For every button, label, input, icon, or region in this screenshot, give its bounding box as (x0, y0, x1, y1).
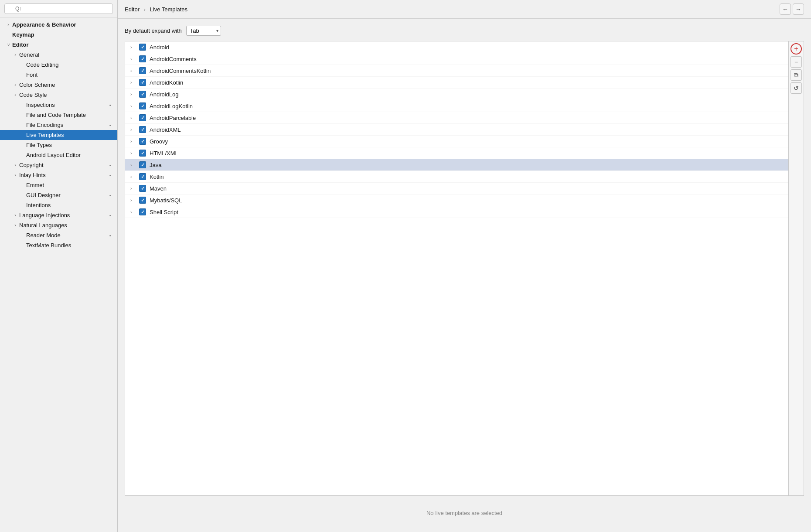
sidebar-item-language-injections[interactable]: ›Language Injections▪ (0, 210, 117, 220)
row-chevron-icon: › (130, 57, 136, 61)
sidebar-item-intentions[interactable]: Intentions (0, 200, 117, 210)
settings-icon: ▪ (107, 173, 114, 178)
expand-select-wrap: TabEnterSpace ▾ (186, 26, 221, 36)
template-checkbox[interactable] (139, 114, 146, 121)
settings-icon: ▪ (107, 233, 114, 238)
sidebar-item-label: Font (26, 72, 114, 78)
template-checkbox[interactable] (139, 44, 146, 51)
sidebar-item-label: Keymap (12, 31, 114, 38)
breadcrumb-current: Live Templates (150, 6, 187, 13)
template-checkbox[interactable] (139, 138, 146, 145)
template-checkbox[interactable] (139, 150, 146, 157)
template-name: HTML/XML (150, 150, 178, 157)
template-checkbox[interactable] (139, 79, 146, 86)
sidebar-item-label: General (19, 51, 114, 58)
sidebar-item-label: TextMate Bundles (26, 242, 114, 249)
restore-template-button[interactable]: ↺ (791, 82, 802, 94)
sidebar-item-copyright[interactable]: ›Copyright▪ (0, 160, 117, 170)
settings-icon: ▪ (107, 163, 114, 168)
template-row[interactable]: ›AndroidXML (125, 124, 788, 136)
sidebar-item-live-templates[interactable]: Live Templates (0, 130, 117, 140)
template-name: AndroidKotlin (150, 79, 183, 86)
sidebar-item-file-code-templates[interactable]: File and Code Template (0, 110, 117, 120)
sidebar-item-natural-languages[interactable]: ›Natural Languages (0, 220, 117, 230)
sidebar-item-file-types[interactable]: File Types (0, 140, 117, 150)
sidebar-item-label: File and Code Template (26, 112, 114, 118)
sidebar-item-editor[interactable]: ∨Editor (0, 40, 117, 50)
content-area: By default expand with TabEnterSpace ▾ ›… (118, 19, 811, 532)
row-chevron-icon: › (130, 45, 136, 50)
template-row[interactable]: ›Android (125, 41, 788, 53)
template-row[interactable]: ›AndroidComments (125, 53, 788, 65)
sidebar-item-label: Intentions (26, 202, 114, 208)
sidebar-item-label: Language Injections (19, 212, 105, 218)
template-checkbox[interactable] (139, 173, 146, 180)
template-row[interactable]: ›AndroidCommentsKotlin (125, 65, 788, 77)
row-chevron-icon: › (130, 68, 136, 73)
chevron-icon: › (12, 92, 18, 97)
settings-icon: ▪ (107, 193, 114, 198)
sidebar-item-emmet[interactable]: Emmet (0, 180, 117, 190)
template-checkbox[interactable] (139, 91, 146, 98)
template-checkbox[interactable] (139, 161, 146, 168)
search-input[interactable] (4, 3, 113, 14)
sidebar-item-label: Emmet (26, 182, 114, 188)
sidebar-item-label: Code Editing (26, 61, 114, 68)
settings-icon: ▪ (107, 213, 114, 218)
expand-with-row: By default expand with TabEnterSpace ▾ (125, 26, 804, 36)
template-row[interactable]: ›AndroidLogKotlin (125, 100, 788, 112)
template-checkbox[interactable] (139, 197, 146, 204)
template-checkbox[interactable] (139, 67, 146, 74)
template-row[interactable]: ›Maven (125, 183, 788, 194)
template-row[interactable]: ›AndroidKotlin (125, 77, 788, 89)
remove-template-button[interactable]: − (791, 56, 802, 68)
sidebar-item-keymap[interactable]: Keymap (0, 30, 117, 40)
sidebar-item-color-scheme[interactable]: ›Color Scheme (0, 80, 117, 90)
sidebar-item-general[interactable]: ›General (0, 50, 117, 60)
expand-with-select[interactable]: TabEnterSpace (186, 26, 221, 36)
sidebar-tree: ›Appearance & BehaviorKeymap∨Editor›Gene… (0, 18, 117, 532)
add-template-button[interactable]: + (791, 43, 802, 55)
template-row[interactable]: ›AndroidParcelable (125, 112, 788, 124)
template-checkbox[interactable] (139, 55, 146, 62)
row-chevron-icon: › (130, 210, 136, 215)
nav-forward-button[interactable]: → (793, 3, 804, 15)
template-row[interactable]: ›HTML/XML (125, 147, 788, 159)
copy-template-button[interactable]: ⧉ (791, 69, 802, 81)
template-checkbox[interactable] (139, 208, 146, 215)
template-name: AndroidComments (150, 56, 197, 62)
template-checkbox[interactable] (139, 102, 146, 109)
sidebar-item-label: File Encodings (26, 122, 105, 128)
sidebar-item-file-encodings[interactable]: File Encodings▪ (0, 120, 117, 130)
sidebar-item-inlay-hints[interactable]: ›Inlay Hints▪ (0, 170, 117, 180)
template-name: Java (150, 162, 161, 168)
sidebar-item-code-style[interactable]: ›Code Style (0, 90, 117, 100)
sidebar-item-font[interactable]: Font (0, 70, 117, 80)
sidebar-item-android-layout-editor[interactable]: Android Layout Editor (0, 150, 117, 160)
settings-icon: ▪ (107, 123, 114, 128)
template-row[interactable]: ›Shell Script (125, 206, 788, 218)
template-name: AndroidLogKotlin (150, 103, 193, 109)
row-chevron-icon: › (130, 104, 136, 109)
sidebar-item-reader-mode[interactable]: Reader Mode▪ (0, 230, 117, 240)
sidebar-item-appearance[interactable]: ›Appearance & Behavior (0, 20, 117, 30)
sidebar-item-textmate-bundles[interactable]: TextMate Bundles (0, 240, 117, 250)
sidebar-item-label: Live Templates (26, 132, 114, 138)
sidebar-item-inspections[interactable]: Inspections▪ (0, 100, 117, 110)
template-checkbox[interactable] (139, 185, 146, 192)
template-row[interactable]: ›Mybatis/SQL (125, 194, 788, 206)
template-row[interactable]: ›Java (125, 159, 788, 171)
template-name: Shell Script (150, 209, 178, 215)
template-row[interactable]: ›AndroidLog (125, 89, 788, 100)
template-name: Maven (150, 185, 167, 192)
template-name: AndroidCommentsKotlin (150, 68, 211, 74)
sidebar-item-gui-designer[interactable]: GUI Designer▪ (0, 190, 117, 200)
breadcrumb-separator: › (144, 6, 146, 13)
sidebar-item-label: Natural Languages (19, 222, 114, 228)
nav-back-button[interactable]: ← (780, 3, 791, 15)
template-checkbox[interactable] (139, 126, 146, 133)
row-chevron-icon: › (130, 116, 136, 120)
sidebar-item-code-editing[interactable]: Code Editing (0, 60, 117, 70)
template-row[interactable]: ›Kotlin (125, 171, 788, 183)
template-row[interactable]: ›Groovy (125, 136, 788, 147)
